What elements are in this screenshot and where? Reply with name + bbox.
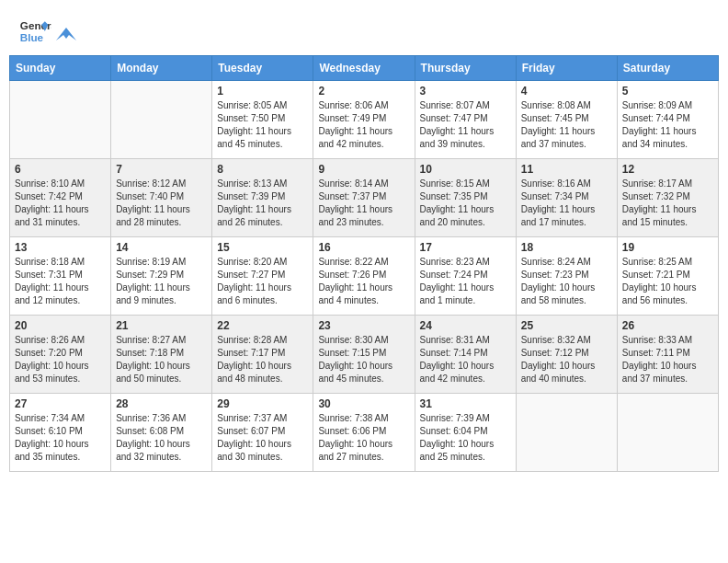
- day-number: 22: [217, 319, 308, 332]
- cell-info: Sunrise: 7:39 AM: [420, 412, 511, 425]
- cell-info: Sunrise: 8:26 AM: [15, 334, 106, 347]
- calendar-cell: 11Sunrise: 8:16 AMSunset: 7:34 PMDayligh…: [516, 159, 617, 237]
- cell-info: Sunset: 6:06 PM: [318, 425, 409, 438]
- cell-info: Sunrise: 8:19 AM: [116, 256, 207, 269]
- cell-info: Sunset: 7:45 PM: [521, 112, 612, 125]
- calendar-cell: 26Sunrise: 8:33 AMSunset: 7:11 PMDayligh…: [617, 316, 718, 394]
- cell-info: Daylight: 10 hours and 50 minutes.: [116, 360, 207, 385]
- day-number: 14: [116, 241, 207, 254]
- cell-info: Daylight: 11 hours and 42 minutes.: [318, 125, 409, 151]
- calendar-cell: 25Sunrise: 8:32 AMSunset: 7:12 PMDayligh…: [516, 316, 617, 394]
- cell-info: Sunrise: 7:36 AM: [116, 412, 207, 425]
- day-number: 1: [217, 85, 308, 98]
- cell-info: Sunrise: 8:28 AM: [217, 334, 308, 347]
- cell-info: Daylight: 11 hours and 34 minutes.: [622, 125, 713, 151]
- svg-text:Blue: Blue: [20, 31, 44, 43]
- week-row-5: 27Sunrise: 7:34 AMSunset: 6:10 PMDayligh…: [10, 394, 719, 472]
- calendar-cell: 29Sunrise: 7:37 AMSunset: 6:07 PMDayligh…: [212, 394, 313, 472]
- cell-info: Sunrise: 8:32 AM: [521, 334, 612, 347]
- cell-info: Sunrise: 7:37 AM: [217, 412, 308, 425]
- cell-info: Sunset: 7:47 PM: [420, 112, 511, 125]
- day-number: 16: [318, 241, 409, 254]
- cell-info: Sunrise: 8:12 AM: [116, 178, 207, 190]
- cell-info: Daylight: 11 hours and 9 minutes.: [116, 282, 207, 307]
- cell-info: Sunset: 7:37 PM: [318, 190, 409, 203]
- cell-info: Sunrise: 8:23 AM: [420, 256, 511, 269]
- cell-info: Daylight: 11 hours and 15 minutes.: [622, 203, 713, 229]
- cell-info: Sunset: 7:42 PM: [15, 190, 106, 203]
- cell-info: Sunset: 7:35 PM: [420, 190, 511, 203]
- calendar-cell: 22Sunrise: 8:28 AMSunset: 7:17 PMDayligh…: [212, 316, 313, 394]
- cell-info: Sunset: 7:24 PM: [420, 269, 511, 282]
- cell-info: Sunset: 7:27 PM: [217, 269, 308, 282]
- cell-info: Sunset: 7:11 PM: [622, 347, 713, 360]
- calendar-cell: 30Sunrise: 7:38 AMSunset: 6:06 PMDayligh…: [313, 394, 415, 472]
- day-number: 7: [116, 163, 207, 176]
- cell-info: Sunset: 7:29 PM: [116, 269, 207, 282]
- svg-marker-4: [56, 28, 76, 40]
- cell-info: Daylight: 10 hours and 58 minutes.: [521, 282, 612, 307]
- cell-info: Daylight: 11 hours and 20 minutes.: [420, 203, 511, 229]
- day-number: 29: [217, 397, 308, 410]
- calendar-cell: 28Sunrise: 7:36 AMSunset: 6:08 PMDayligh…: [111, 394, 212, 472]
- day-number: 23: [318, 319, 409, 332]
- calendar-cell: 23Sunrise: 8:30 AMSunset: 7:15 PMDayligh…: [313, 316, 415, 394]
- cell-info: Daylight: 11 hours and 39 minutes.: [420, 125, 511, 151]
- cell-info: Daylight: 11 hours and 26 minutes.: [217, 203, 308, 229]
- cell-info: Sunrise: 8:33 AM: [622, 334, 713, 347]
- weekday-header-tuesday: Tuesday: [212, 56, 313, 81]
- day-number: 21: [116, 319, 207, 332]
- weekday-header-saturday: Saturday: [617, 56, 718, 81]
- cell-info: Sunset: 7:17 PM: [217, 347, 308, 360]
- calendar-cell: 7Sunrise: 8:12 AMSunset: 7:40 PMDaylight…: [111, 159, 212, 237]
- cell-info: Sunrise: 8:14 AM: [318, 178, 409, 190]
- calendar-cell: 12Sunrise: 8:17 AMSunset: 7:32 PMDayligh…: [617, 159, 718, 237]
- cell-info: Daylight: 10 hours and 32 minutes.: [116, 438, 207, 464]
- cell-info: Sunrise: 7:38 AM: [318, 412, 409, 425]
- cell-info: Sunrise: 8:15 AM: [420, 178, 511, 190]
- logo-bird: [56, 26, 76, 40]
- day-number: 12: [622, 163, 713, 176]
- cell-info: Sunset: 7:23 PM: [521, 269, 612, 282]
- cell-info: Sunrise: 8:20 AM: [217, 256, 308, 269]
- cell-info: Sunrise: 8:24 AM: [521, 256, 612, 269]
- cell-info: Sunrise: 8:08 AM: [521, 99, 612, 112]
- cell-info: Daylight: 10 hours and 53 minutes.: [15, 360, 106, 385]
- calendar-cell: [111, 81, 212, 159]
- cell-info: Sunset: 6:07 PM: [217, 425, 308, 438]
- cell-info: Sunrise: 8:27 AM: [116, 334, 207, 347]
- calendar-cell: 15Sunrise: 8:20 AMSunset: 7:27 PMDayligh…: [212, 237, 313, 316]
- cell-info: Daylight: 10 hours and 56 minutes.: [622, 282, 713, 307]
- cell-info: Sunset: 7:12 PM: [521, 347, 612, 360]
- week-row-4: 20Sunrise: 8:26 AMSunset: 7:20 PMDayligh…: [10, 316, 719, 394]
- calendar-cell: 8Sunrise: 8:13 AMSunset: 7:39 PMDaylight…: [212, 159, 313, 237]
- calendar-cell: 2Sunrise: 8:06 AMSunset: 7:49 PMDaylight…: [313, 81, 415, 159]
- cell-info: Sunrise: 8:06 AM: [318, 99, 409, 112]
- calendar-table: SundayMondayTuesdayWednesdayThursdayFrid…: [9, 55, 719, 472]
- day-number: 4: [521, 85, 612, 98]
- day-number: 11: [521, 163, 612, 176]
- cell-info: Sunrise: 8:16 AM: [521, 178, 612, 190]
- day-number: 20: [15, 319, 106, 332]
- weekday-header-row: SundayMondayTuesdayWednesdayThursdayFrid…: [10, 56, 719, 81]
- calendar-cell: 5Sunrise: 8:09 AMSunset: 7:44 PMDaylight…: [617, 81, 718, 159]
- cell-info: Sunset: 6:04 PM: [420, 425, 511, 438]
- calendar-cell: 4Sunrise: 8:08 AMSunset: 7:45 PMDaylight…: [516, 81, 617, 159]
- day-number: 27: [15, 397, 106, 410]
- cell-info: Sunrise: 8:09 AM: [622, 99, 713, 112]
- logo: General Blue: [18, 15, 76, 48]
- calendar-cell: 14Sunrise: 8:19 AMSunset: 7:29 PMDayligh…: [111, 237, 212, 316]
- cell-info: Sunrise: 8:30 AM: [318, 334, 409, 347]
- weekday-header-sunday: Sunday: [10, 56, 111, 81]
- cell-info: Sunrise: 8:18 AM: [15, 256, 106, 269]
- week-row-2: 6Sunrise: 8:10 AMSunset: 7:42 PMDaylight…: [10, 159, 719, 237]
- calendar-cell: 18Sunrise: 8:24 AMSunset: 7:23 PMDayligh…: [516, 237, 617, 316]
- day-number: 8: [217, 163, 308, 176]
- cell-info: Daylight: 11 hours and 28 minutes.: [116, 203, 207, 229]
- weekday-header-wednesday: Wednesday: [313, 56, 415, 81]
- cell-info: Daylight: 11 hours and 17 minutes.: [521, 203, 612, 229]
- weekday-header-monday: Monday: [111, 56, 212, 81]
- calendar-cell: 9Sunrise: 8:14 AMSunset: 7:37 PMDaylight…: [313, 159, 415, 237]
- cell-info: Sunrise: 8:10 AM: [15, 178, 106, 190]
- cell-info: Sunset: 7:50 PM: [217, 112, 308, 125]
